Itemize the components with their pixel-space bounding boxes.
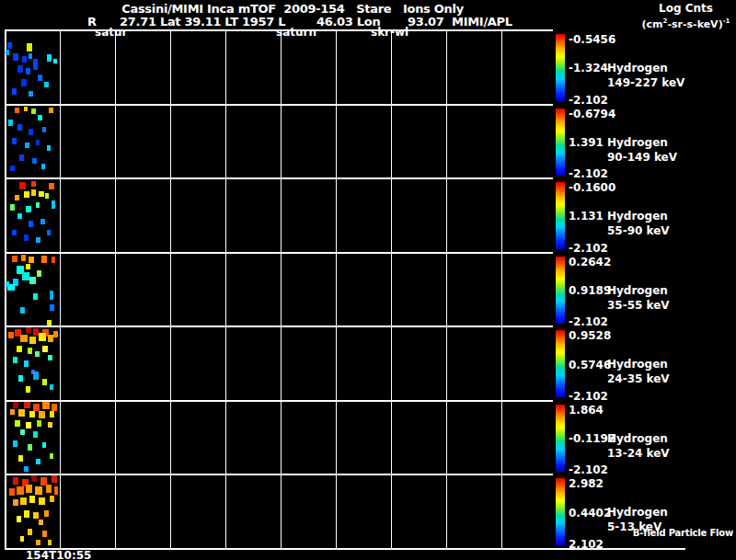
panel-energy-label: 13-24 keV — [607, 447, 670, 460]
data-cell — [20, 429, 25, 435]
data-cell — [13, 357, 17, 363]
colorbar-tick-bottom: -2.102 — [569, 167, 608, 180]
data-cell — [35, 351, 40, 357]
data-cell — [36, 202, 40, 208]
data-cell — [13, 53, 18, 61]
data-cell — [39, 333, 46, 341]
data-cell — [13, 477, 18, 485]
colorbar-tick-top: -0.5456 — [569, 33, 615, 46]
data-cell — [53, 331, 58, 337]
panel-energy-label: 24-35 keV — [607, 372, 670, 385]
data-cell — [29, 53, 32, 59]
data-cell — [15, 420, 20, 427]
data-cell — [19, 182, 26, 189]
data-cell — [24, 107, 28, 111]
data-cell — [32, 158, 37, 164]
panel-species-label: Hydrogen — [607, 432, 668, 445]
data-cell — [46, 485, 52, 493]
colorbar-tick-top: 2.982 — [569, 477, 604, 490]
data-cell — [17, 65, 23, 73]
data-cell — [22, 272, 29, 280]
data-cell — [27, 43, 32, 51]
panel-species-label: Hydrogen — [607, 210, 668, 223]
data-cell — [42, 127, 46, 132]
data-cell — [26, 206, 31, 212]
panel-species-label: Hydrogen — [607, 284, 668, 297]
data-cell — [15, 108, 19, 113]
data-cell — [48, 335, 53, 342]
data-cell — [18, 375, 23, 382]
data-cell — [50, 291, 53, 300]
plot-area: satursaturnskr-wl-0.5456-1.324-2.102Hydr… — [0, 0, 736, 560]
data-cell — [10, 204, 15, 211]
gridline-vertical — [446, 30, 447, 549]
gridline-vertical — [60, 30, 61, 549]
data-cell — [33, 404, 40, 411]
data-cell — [29, 277, 36, 284]
data-cell — [17, 124, 22, 131]
data-cell — [13, 499, 18, 506]
data-cell — [47, 54, 52, 62]
colorbar — [556, 405, 565, 472]
data-cell — [29, 496, 35, 503]
data-cell — [26, 327, 31, 333]
data-cell — [24, 402, 30, 408]
data-cell — [29, 411, 35, 417]
data-cell — [50, 496, 54, 502]
colorbar-tick-top: 1.864 — [569, 404, 604, 417]
data-cell — [39, 191, 44, 197]
data-cell — [24, 191, 29, 198]
data-cell — [7, 42, 12, 49]
data-cell — [48, 540, 52, 545]
gridline-vertical — [225, 30, 226, 549]
colorbar-tick-bottom: -2.102 — [569, 94, 608, 107]
data-cell — [31, 181, 36, 187]
data-cell — [24, 466, 29, 472]
data-cell — [31, 189, 36, 196]
row-separator — [5, 326, 553, 327]
panel-energy-label: 35-55 keV — [607, 299, 670, 312]
data-cell — [6, 50, 9, 55]
gridline-vertical — [281, 30, 282, 549]
colorbar-tick-top: 0.2642 — [569, 256, 611, 269]
data-cell — [33, 431, 38, 438]
data-cell — [33, 59, 38, 70]
colorbar-tick-bottom: -2.102 — [569, 315, 608, 328]
colorbar — [556, 330, 565, 397]
data-cell — [17, 213, 22, 219]
data-cell — [26, 68, 30, 74]
data-cell — [24, 360, 29, 367]
data-cell — [17, 516, 21, 522]
data-cell — [40, 219, 45, 224]
data-cell — [15, 195, 19, 200]
data-cell — [26, 386, 30, 393]
data-cell — [36, 540, 40, 545]
data-cell — [20, 307, 25, 314]
data-cell — [37, 270, 41, 277]
data-cell — [42, 346, 48, 352]
data-cell — [54, 486, 58, 495]
data-cell — [39, 520, 43, 525]
data-cell — [6, 281, 9, 287]
data-cell — [28, 529, 32, 535]
data-cell — [38, 74, 42, 81]
colorbar-tick-top: 0.9528 — [569, 329, 611, 342]
axis-overlay-label: satur — [95, 26, 127, 39]
data-cell — [18, 455, 23, 462]
data-cell — [52, 200, 55, 209]
data-cell — [31, 475, 37, 482]
data-cell — [28, 348, 32, 354]
data-cell — [18, 409, 25, 417]
gridline-vertical — [391, 30, 392, 549]
colorbar — [556, 109, 565, 176]
data-cell — [50, 453, 53, 459]
data-cell — [12, 88, 17, 95]
data-cell — [24, 234, 29, 241]
panel-energy-label: 55-90 keV — [607, 224, 670, 237]
data-cell — [12, 230, 17, 235]
data-cell — [39, 497, 45, 505]
data-cell — [29, 337, 36, 344]
data-cell — [42, 402, 50, 409]
colorbar-tick-top: -0.1600 — [569, 181, 615, 194]
data-cell — [29, 129, 33, 135]
